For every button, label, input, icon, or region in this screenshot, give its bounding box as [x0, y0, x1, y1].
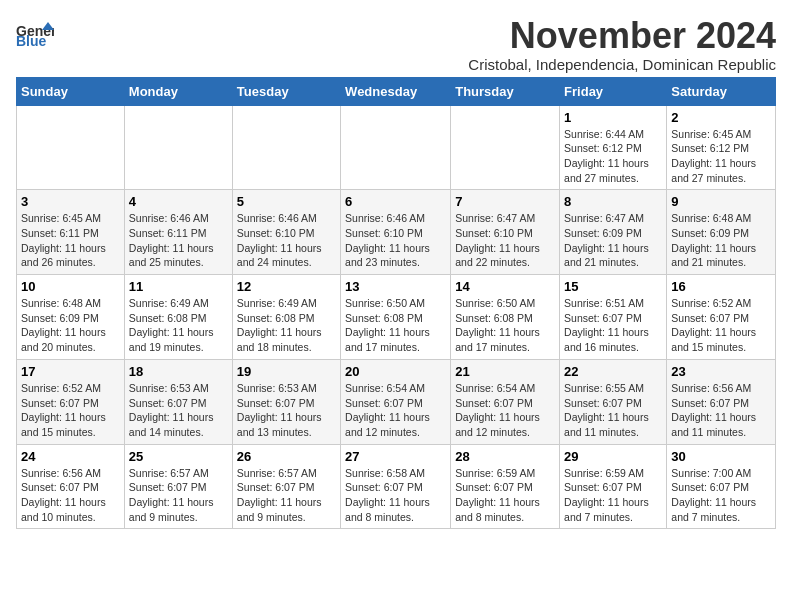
day-info: Sunrise: 7:00 AMSunset: 6:07 PMDaylight:… — [671, 466, 771, 525]
calendar-cell — [451, 105, 560, 190]
day-number: 15 — [564, 279, 662, 294]
day-info: Sunrise: 6:44 AMSunset: 6:12 PMDaylight:… — [564, 127, 662, 186]
day-number: 11 — [129, 279, 228, 294]
calendar-cell: 24Sunrise: 6:56 AMSunset: 6:07 PMDayligh… — [17, 444, 125, 529]
calendar-cell: 13Sunrise: 6:50 AMSunset: 6:08 PMDayligh… — [341, 275, 451, 360]
day-number: 23 — [671, 364, 771, 379]
day-info: Sunrise: 6:45 AMSunset: 6:12 PMDaylight:… — [671, 127, 771, 186]
day-info: Sunrise: 6:56 AMSunset: 6:07 PMDaylight:… — [21, 466, 120, 525]
day-number: 5 — [237, 194, 336, 209]
day-info: Sunrise: 6:48 AMSunset: 6:09 PMDaylight:… — [21, 296, 120, 355]
day-info: Sunrise: 6:48 AMSunset: 6:09 PMDaylight:… — [671, 211, 771, 270]
day-info: Sunrise: 6:49 AMSunset: 6:08 PMDaylight:… — [237, 296, 336, 355]
day-info: Sunrise: 6:47 AMSunset: 6:09 PMDaylight:… — [564, 211, 662, 270]
calendar-cell — [341, 105, 451, 190]
calendar-week-row: 24Sunrise: 6:56 AMSunset: 6:07 PMDayligh… — [17, 444, 776, 529]
calendar-cell: 28Sunrise: 6:59 AMSunset: 6:07 PMDayligh… — [451, 444, 560, 529]
weekday-header: Monday — [124, 77, 232, 105]
day-number: 30 — [671, 449, 771, 464]
calendar-cell: 30Sunrise: 7:00 AMSunset: 6:07 PMDayligh… — [667, 444, 776, 529]
calendar-cell: 20Sunrise: 6:54 AMSunset: 6:07 PMDayligh… — [341, 359, 451, 444]
day-number: 6 — [345, 194, 446, 209]
calendar-cell: 3Sunrise: 6:45 AMSunset: 6:11 PMDaylight… — [17, 190, 125, 275]
calendar-cell: 22Sunrise: 6:55 AMSunset: 6:07 PMDayligh… — [560, 359, 667, 444]
day-number: 21 — [455, 364, 555, 379]
day-info: Sunrise: 6:54 AMSunset: 6:07 PMDaylight:… — [455, 381, 555, 440]
day-info: Sunrise: 6:59 AMSunset: 6:07 PMDaylight:… — [564, 466, 662, 525]
calendar-cell: 10Sunrise: 6:48 AMSunset: 6:09 PMDayligh… — [17, 275, 125, 360]
calendar-cell: 18Sunrise: 6:53 AMSunset: 6:07 PMDayligh… — [124, 359, 232, 444]
calendar-cell: 27Sunrise: 6:58 AMSunset: 6:07 PMDayligh… — [341, 444, 451, 529]
subtitle: Cristobal, Independencia, Dominican Repu… — [468, 56, 776, 73]
calendar-cell: 29Sunrise: 6:59 AMSunset: 6:07 PMDayligh… — [560, 444, 667, 529]
day-number: 24 — [21, 449, 120, 464]
calendar-cell: 23Sunrise: 6:56 AMSunset: 6:07 PMDayligh… — [667, 359, 776, 444]
day-number: 9 — [671, 194, 771, 209]
calendar-cell: 2Sunrise: 6:45 AMSunset: 6:12 PMDaylight… — [667, 105, 776, 190]
day-number: 26 — [237, 449, 336, 464]
logo-icon: General Blue — [16, 20, 54, 48]
weekday-header: Thursday — [451, 77, 560, 105]
calendar-cell: 25Sunrise: 6:57 AMSunset: 6:07 PMDayligh… — [124, 444, 232, 529]
day-info: Sunrise: 6:54 AMSunset: 6:07 PMDaylight:… — [345, 381, 446, 440]
day-number: 4 — [129, 194, 228, 209]
day-info: Sunrise: 6:55 AMSunset: 6:07 PMDaylight:… — [564, 381, 662, 440]
calendar-cell: 17Sunrise: 6:52 AMSunset: 6:07 PMDayligh… — [17, 359, 125, 444]
day-info: Sunrise: 6:53 AMSunset: 6:07 PMDaylight:… — [237, 381, 336, 440]
day-info: Sunrise: 6:57 AMSunset: 6:07 PMDaylight:… — [129, 466, 228, 525]
day-number: 16 — [671, 279, 771, 294]
weekday-header: Saturday — [667, 77, 776, 105]
title-area: November 2024 Cristobal, Independencia, … — [468, 16, 776, 73]
day-info: Sunrise: 6:49 AMSunset: 6:08 PMDaylight:… — [129, 296, 228, 355]
day-number: 29 — [564, 449, 662, 464]
weekday-header: Tuesday — [232, 77, 340, 105]
calendar-cell: 12Sunrise: 6:49 AMSunset: 6:08 PMDayligh… — [232, 275, 340, 360]
day-info: Sunrise: 6:50 AMSunset: 6:08 PMDaylight:… — [455, 296, 555, 355]
calendar-cell: 16Sunrise: 6:52 AMSunset: 6:07 PMDayligh… — [667, 275, 776, 360]
day-number: 28 — [455, 449, 555, 464]
day-info: Sunrise: 6:47 AMSunset: 6:10 PMDaylight:… — [455, 211, 555, 270]
calendar-cell: 14Sunrise: 6:50 AMSunset: 6:08 PMDayligh… — [451, 275, 560, 360]
calendar-cell: 9Sunrise: 6:48 AMSunset: 6:09 PMDaylight… — [667, 190, 776, 275]
day-info: Sunrise: 6:52 AMSunset: 6:07 PMDaylight:… — [21, 381, 120, 440]
calendar-cell: 1Sunrise: 6:44 AMSunset: 6:12 PMDaylight… — [560, 105, 667, 190]
day-number: 2 — [671, 110, 771, 125]
day-number: 7 — [455, 194, 555, 209]
day-info: Sunrise: 6:53 AMSunset: 6:07 PMDaylight:… — [129, 381, 228, 440]
day-number: 27 — [345, 449, 446, 464]
day-info: Sunrise: 6:46 AMSunset: 6:10 PMDaylight:… — [345, 211, 446, 270]
day-number: 18 — [129, 364, 228, 379]
calendar-cell: 5Sunrise: 6:46 AMSunset: 6:10 PMDaylight… — [232, 190, 340, 275]
day-number: 25 — [129, 449, 228, 464]
day-info: Sunrise: 6:45 AMSunset: 6:11 PMDaylight:… — [21, 211, 120, 270]
weekday-header: Friday — [560, 77, 667, 105]
day-number: 3 — [21, 194, 120, 209]
calendar-cell: 11Sunrise: 6:49 AMSunset: 6:08 PMDayligh… — [124, 275, 232, 360]
day-info: Sunrise: 6:58 AMSunset: 6:07 PMDaylight:… — [345, 466, 446, 525]
calendar-body: 1Sunrise: 6:44 AMSunset: 6:12 PMDaylight… — [17, 105, 776, 529]
day-number: 13 — [345, 279, 446, 294]
day-info: Sunrise: 6:59 AMSunset: 6:07 PMDaylight:… — [455, 466, 555, 525]
calendar-header-row: SundayMondayTuesdayWednesdayThursdayFrid… — [17, 77, 776, 105]
calendar-week-row: 17Sunrise: 6:52 AMSunset: 6:07 PMDayligh… — [17, 359, 776, 444]
day-info: Sunrise: 6:46 AMSunset: 6:10 PMDaylight:… — [237, 211, 336, 270]
calendar-table: SundayMondayTuesdayWednesdayThursdayFrid… — [16, 77, 776, 530]
day-number: 8 — [564, 194, 662, 209]
day-info: Sunrise: 6:52 AMSunset: 6:07 PMDaylight:… — [671, 296, 771, 355]
calendar-cell — [124, 105, 232, 190]
calendar-cell: 21Sunrise: 6:54 AMSunset: 6:07 PMDayligh… — [451, 359, 560, 444]
day-info: Sunrise: 6:51 AMSunset: 6:07 PMDaylight:… — [564, 296, 662, 355]
month-title: November 2024 — [468, 16, 776, 56]
day-number: 10 — [21, 279, 120, 294]
calendar-cell: 19Sunrise: 6:53 AMSunset: 6:07 PMDayligh… — [232, 359, 340, 444]
calendar-cell: 4Sunrise: 6:46 AMSunset: 6:11 PMDaylight… — [124, 190, 232, 275]
day-number: 19 — [237, 364, 336, 379]
calendar-cell: 7Sunrise: 6:47 AMSunset: 6:10 PMDaylight… — [451, 190, 560, 275]
weekday-header: Sunday — [17, 77, 125, 105]
calendar-cell: 6Sunrise: 6:46 AMSunset: 6:10 PMDaylight… — [341, 190, 451, 275]
day-number: 1 — [564, 110, 662, 125]
logo: General Blue — [16, 20, 54, 48]
calendar-week-row: 3Sunrise: 6:45 AMSunset: 6:11 PMDaylight… — [17, 190, 776, 275]
header: General Blue November 2024 Cristobal, In… — [16, 16, 776, 73]
calendar-cell — [232, 105, 340, 190]
